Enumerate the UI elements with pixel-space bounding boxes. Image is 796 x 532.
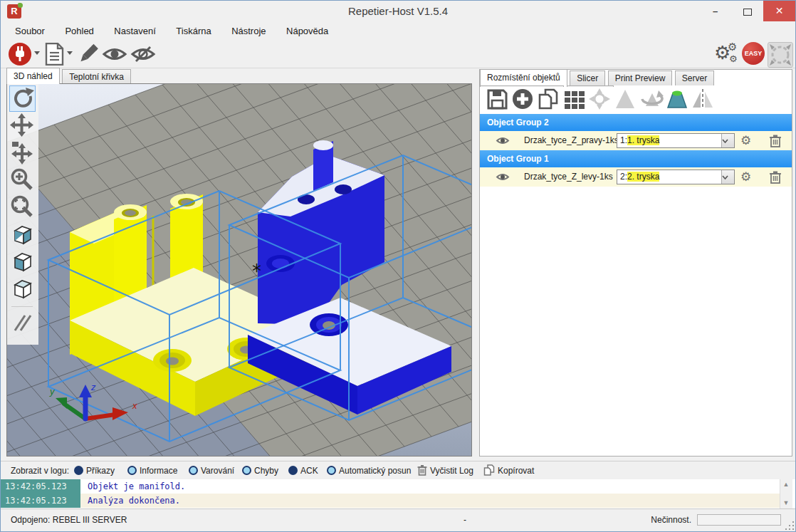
- emergency-stop-button[interactable]: [768, 42, 793, 68]
- connect-button[interactable]: [8, 42, 32, 66]
- viewport-3d[interactable]: * z y x: [6, 83, 472, 457]
- rotate-object-button[interactable]: [639, 88, 662, 110]
- autoposition-button[interactable]: [562, 88, 585, 110]
- delete-object-trash-icon[interactable]: [769, 170, 783, 184]
- scale-object-button[interactable]: [614, 88, 637, 110]
- load-dropdown-icon[interactable]: [67, 51, 73, 55]
- object-group-header[interactable]: Object Group 1: [480, 150, 792, 167]
- log-timestamp: 13:42:05.123: [1, 494, 80, 508]
- move-view-button[interactable]: [9, 113, 36, 139]
- toggle-chyby[interactable]: Chyby: [242, 461, 278, 480]
- progress-bar: [697, 514, 781, 526]
- visibility-eye-icon[interactable]: [496, 170, 510, 184]
- tab-slicer[interactable]: Slicer: [570, 71, 605, 85]
- zoom-in-button[interactable]: [9, 167, 36, 193]
- front-view-button[interactable]: [9, 249, 36, 276]
- extruder-select[interactable]: 1:1. tryska: [617, 133, 735, 148]
- add-object-button[interactable]: [511, 88, 534, 110]
- resize-grip[interactable]: [784, 520, 794, 530]
- load-file-button[interactable]: [43, 43, 68, 67]
- connect-dropdown-icon[interactable]: [34, 51, 40, 55]
- window-title: Repetier-Host V1.5.4: [1, 1, 795, 22]
- lay-flat-button[interactable]: [665, 88, 688, 110]
- toggle-circle-icon: [189, 466, 198, 475]
- menu-soubor[interactable]: Soubor: [6, 22, 53, 41]
- printer-settings-icon[interactable]: ⚙⚙⚙: [714, 42, 730, 63]
- toggle-circle-icon: [327, 466, 336, 475]
- log-entry: 13:42:05.123 Objekt je manifold.: [1, 479, 780, 494]
- tab-rozmisteni-objektu[interactable]: Rozmístění objektů: [480, 69, 567, 85]
- save-object-button[interactable]: [486, 88, 508, 110]
- printer-state: Nečinnost.: [602, 509, 691, 531]
- title-bar: R Repetier-Host V1.5.4 – ✕: [1, 1, 795, 22]
- delete-object-trash-icon[interactable]: [769, 134, 783, 148]
- easy-mode-button[interactable]: EASY: [742, 42, 765, 65]
- object-name: Drzak_tyce_Z_levy-1ks: [524, 167, 613, 187]
- toggle-circle-icon: [127, 466, 137, 475]
- chevron-down-icon[interactable]: [721, 134, 734, 147]
- right-panel: Rozmístění objektů Slicer Print Preview …: [479, 69, 792, 457]
- svg-text:z: z: [90, 382, 96, 392]
- top-view-button[interactable]: [9, 276, 36, 303]
- center-object-button[interactable]: [588, 88, 611, 110]
- object-settings-gear-icon[interactable]: ⚙: [740, 133, 755, 147]
- toggle-prikazy[interactable]: Příkazy: [74, 461, 115, 480]
- menu-nastroje[interactable]: Nástroje: [223, 22, 274, 41]
- hide-travel-icon[interactable]: [130, 43, 155, 68]
- move-object-button[interactable]: [9, 140, 36, 166]
- log-entry: 13:42:05.123 Analýza dokončena.: [1, 494, 780, 508]
- fit-view-button[interactable]: [9, 194, 36, 220]
- view-tool-strip: [7, 84, 38, 345]
- rotate-view-button[interactable]: [9, 85, 36, 112]
- tab-teplotni-krivka[interactable]: Teplotní křivka: [62, 69, 131, 84]
- isometric-view-button[interactable]: [9, 222, 36, 249]
- clear-log-button[interactable]: Vyčistit Log: [417, 461, 473, 480]
- parallel-projection-button[interactable]: [9, 311, 36, 337]
- object-name: Drzak_tyce_Z_pravy-1ks: [524, 131, 619, 150]
- tool-separator: [11, 306, 33, 307]
- maximize-button[interactable]: [731, 1, 763, 21]
- tab-print-preview[interactable]: Print Preview: [608, 71, 673, 85]
- object-row[interactable]: Drzak_tyce_Z_levy-1ks 2:2. tryska ⚙: [480, 167, 792, 187]
- status-center: -: [464, 509, 466, 531]
- connection-status: Odpojeno: REBEL III SERVER: [11, 509, 127, 531]
- tab-server[interactable]: Server: [675, 71, 714, 85]
- log-scrollbar[interactable]: ▲ ▼: [780, 479, 792, 508]
- object-group-header[interactable]: Object Group 2: [480, 114, 792, 131]
- toggle-circle-icon: [242, 466, 251, 475]
- extruder-value: 1. tryska: [627, 135, 659, 145]
- copy-object-button[interactable]: [537, 88, 560, 110]
- menu-nastaveni[interactable]: Nastavení: [105, 22, 164, 41]
- menu-napoveda[interactable]: Nápověda: [278, 22, 337, 41]
- chevron-down-icon[interactable]: [721, 170, 734, 184]
- visibility-eye-icon[interactable]: [496, 134, 510, 148]
- scroll-up-icon[interactable]: ▲: [782, 480, 790, 489]
- minimize-button[interactable]: –: [699, 1, 731, 21]
- toggle-automaticky-posun[interactable]: Automatický posun: [327, 461, 411, 480]
- menu-bar: Soubor Pohled Nastavení Tiskárna Nástroj…: [1, 22, 795, 41]
- copy-log-button[interactable]: Kopírovat: [483, 461, 534, 480]
- toggle-varovani[interactable]: Varování: [189, 461, 234, 480]
- maximize-icon: [743, 9, 752, 16]
- edit-gcode-icon[interactable]: [76, 43, 100, 67]
- extruder-prefix: 1:: [620, 135, 627, 145]
- svg-text:x: x: [132, 400, 137, 411]
- tab-3d-nahled[interactable]: 3D náhled: [6, 68, 60, 84]
- menu-tiskarna[interactable]: Tiskárna: [167, 22, 219, 41]
- object-settings-gear-icon[interactable]: ⚙: [740, 169, 755, 184]
- log-message: Analýza dokončena.: [88, 494, 180, 508]
- extruder-value: 2. tryska: [627, 172, 659, 182]
- menu-pohled[interactable]: Pohled: [56, 22, 102, 41]
- scroll-down-icon[interactable]: ▼: [782, 499, 790, 507]
- show-filament-icon[interactable]: [102, 43, 126, 68]
- view-tab-strip: 3D náhled Teplotní křivka: [6, 68, 130, 83]
- close-button[interactable]: ✕: [763, 1, 795, 21]
- extruder-select[interactable]: 2:2. tryska: [617, 169, 735, 184]
- object-row[interactable]: Drzak_tyce_Z_pravy-1ks 1:1. tryska ⚙: [480, 131, 792, 150]
- mirror-object-button[interactable]: [691, 88, 713, 110]
- log-output[interactable]: 13:42:05.123 Objekt je manifold. 13:42:0…: [1, 479, 796, 508]
- toggle-informace[interactable]: Informace: [127, 461, 177, 480]
- main-toolbar: ⚙⚙⚙ EASY: [1, 41, 795, 68]
- toggle-ack[interactable]: ACK: [288, 461, 318, 480]
- toggle-circle-icon: [288, 466, 298, 475]
